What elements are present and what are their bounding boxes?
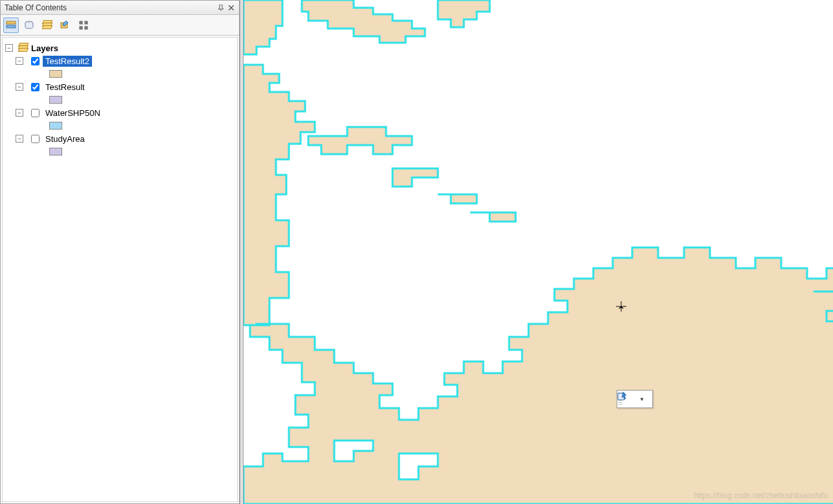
layer-row[interactable]: − StudyArea bbox=[5, 132, 234, 145]
layer-symbol-row[interactable] bbox=[5, 145, 234, 158]
layer-symbol-row[interactable] bbox=[5, 119, 234, 132]
expander-icon[interactable]: − bbox=[5, 44, 13, 52]
list-by-source-button[interactable] bbox=[21, 17, 37, 33]
layer-visibility-checkbox[interactable] bbox=[31, 83, 40, 91]
layer-visibility-checkbox[interactable] bbox=[31, 135, 40, 143]
layer-swatch[interactable] bbox=[49, 148, 62, 155]
svg-rect-4 bbox=[80, 21, 82, 24]
layer-row[interactable]: − TestResult2 bbox=[5, 54, 234, 67]
list-by-selection-button[interactable] bbox=[58, 17, 73, 33]
layers-group-icon bbox=[18, 43, 29, 53]
toc-tree[interactable]: − Layers − TestResult2 − bbox=[2, 37, 238, 502]
dropdown-arrow-icon[interactable]: ▼ bbox=[638, 396, 646, 402]
layer-symbol-row[interactable] bbox=[5, 93, 234, 106]
layer-label[interactable]: WaterSHP50N bbox=[43, 108, 103, 119]
svg-rect-5 bbox=[85, 21, 87, 24]
layer-row[interactable]: − TestResult bbox=[5, 80, 234, 93]
list-by-visibility-button[interactable] bbox=[40, 17, 55, 33]
expander-icon[interactable]: − bbox=[16, 109, 23, 117]
list-by-drawing-order-button[interactable] bbox=[3, 17, 19, 33]
layer-swatch[interactable] bbox=[49, 70, 62, 78]
layer-label[interactable]: StudyArea bbox=[43, 133, 87, 144]
select-features-button[interactable] bbox=[624, 393, 637, 406]
expander-icon[interactable]: − bbox=[16, 83, 23, 91]
options-button[interactable] bbox=[76, 17, 91, 33]
layer-symbol-row[interactable] bbox=[5, 67, 234, 80]
svg-rect-0 bbox=[6, 21, 16, 24]
toc-title: Table Of Contents bbox=[3, 3, 216, 12]
toc-panel: Table Of Contents bbox=[0, 0, 240, 504]
svg-rect-6 bbox=[80, 27, 82, 29]
svg-rect-7 bbox=[85, 27, 87, 29]
tree-root-row[interactable]: − Layers bbox=[5, 41, 234, 54]
svg-rect-1 bbox=[6, 25, 16, 28]
toc-header: Table Of Contents bbox=[1, 1, 239, 15]
pin-icon[interactable] bbox=[216, 3, 226, 13]
map-canvas[interactable] bbox=[244, 0, 833, 504]
layer-label[interactable]: TestResult bbox=[43, 82, 87, 93]
toc-toolbar bbox=[1, 15, 239, 36]
expander-icon[interactable]: − bbox=[16, 135, 23, 143]
layer-visibility-checkbox[interactable] bbox=[31, 57, 40, 65]
close-icon[interactable] bbox=[226, 3, 236, 13]
layer-label[interactable]: TestResult2 bbox=[43, 56, 92, 67]
layer-swatch[interactable] bbox=[49, 122, 62, 130]
expander-icon[interactable]: − bbox=[16, 57, 23, 65]
root-label[interactable]: Layers bbox=[30, 43, 58, 53]
map-view[interactable]: ▼ https://blog.csdn.net/zhebushibiaoshif… bbox=[244, 0, 833, 504]
layer-visibility-checkbox[interactable] bbox=[31, 109, 40, 117]
layer-row[interactable]: − WaterSHP50N bbox=[5, 106, 234, 119]
floating-toolbar[interactable]: ▼ bbox=[617, 390, 653, 408]
layer-swatch[interactable] bbox=[49, 96, 62, 104]
